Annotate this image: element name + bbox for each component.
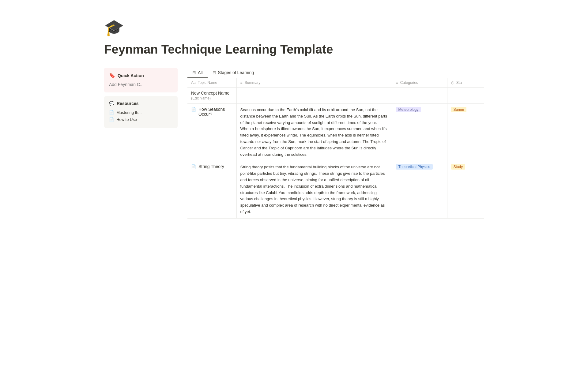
- seasons-stage-tag[interactable]: Summ: [451, 107, 467, 112]
- doc-icon-mastering: 📄: [109, 110, 114, 115]
- col-header-stage: ◷ Sta: [447, 78, 484, 88]
- col-header-categories: ≡ Categories: [392, 78, 447, 88]
- tab-stages-label: Stages of Learning: [218, 70, 254, 75]
- doc-icon-how-to-use: 📄: [109, 117, 114, 122]
- col-header-summary: ≡ Summary: [236, 78, 392, 88]
- col-topic-icon: Aa: [191, 81, 196, 85]
- tab-stages-icon: ⊟: [213, 70, 216, 75]
- col-stage-icon: ◷: [451, 81, 454, 85]
- new-concept-topic-cell[interactable]: New Concept Name (Edit Name): [187, 88, 236, 104]
- main-content: ⊞ All ⊟ Stages of Learning Aa Topic Name: [187, 68, 484, 219]
- tabs-bar: ⊞ All ⊟ Stages of Learning: [187, 68, 484, 78]
- resource-item-how-to-use[interactable]: 📄 How to Use: [109, 116, 173, 123]
- string-stage-tag[interactable]: Study: [451, 164, 466, 170]
- resource-item-mastering[interactable]: 📄 Mastering th...: [109, 109, 173, 116]
- new-concept-category-cell[interactable]: [392, 88, 447, 104]
- string-category-cell[interactable]: Theoretical Physics: [392, 161, 447, 218]
- resources-section: 💬 Resources 📄 Mastering th... 📄 How to U…: [104, 96, 178, 128]
- new-concept-row: New Concept Name (Edit Name): [187, 88, 484, 104]
- col-header-topic: Aa Topic Name: [187, 78, 236, 88]
- string-summary-cell[interactable]: String theory posits that the fundamenta…: [236, 161, 392, 218]
- seasons-category-tag[interactable]: Meteorology: [396, 107, 421, 112]
- seasons-topic-cell[interactable]: 📄 How Seasons Occur?: [187, 104, 236, 161]
- tab-all[interactable]: ⊞ All: [187, 68, 208, 78]
- new-concept-summary-cell[interactable]: [236, 88, 392, 104]
- string-category-tag[interactable]: Theoretical Physics: [396, 164, 433, 170]
- col-categories-icon: ≡: [396, 81, 398, 85]
- table-row: 📄 How Seasons Occur? Seasons occur due t…: [187, 104, 484, 161]
- sidebar: 🔖 Quick Action 💬 Resources 📄 Mastering t…: [104, 68, 178, 128]
- table-row: 📄 String Theory String theory posits tha…: [187, 161, 484, 218]
- concepts-table: Aa Topic Name ≡ Summary ≡ Categories: [187, 78, 484, 219]
- quick-action-section: 🔖 Quick Action: [104, 68, 178, 92]
- string-stage-cell[interactable]: Study: [447, 161, 484, 218]
- page-icon: 🎓: [104, 18, 484, 37]
- resource-label-mastering: Mastering th...: [116, 110, 141, 115]
- col-summary-icon: ≡: [240, 81, 243, 85]
- seasons-doc-icon: 📄: [191, 107, 196, 112]
- new-concept-name: New Concept Name (Edit Name): [191, 91, 233, 100]
- string-doc-icon: 📄: [191, 164, 196, 169]
- tab-all-icon: ⊞: [192, 70, 196, 75]
- tab-all-label: All: [198, 70, 203, 75]
- resource-label-how-to-use: How to Use: [116, 117, 137, 122]
- quick-action-label: Quick Action: [118, 73, 144, 78]
- table-header-row: Aa Topic Name ≡ Summary ≡ Categories: [187, 78, 484, 88]
- resources-icon: 💬: [109, 101, 114, 106]
- tab-stages[interactable]: ⊟ Stages of Learning: [208, 68, 259, 78]
- page-title: Feynman Technique Learning Template: [104, 42, 484, 57]
- table-container: Aa Topic Name ≡ Summary ≡ Categories: [187, 78, 484, 219]
- add-feynman-input[interactable]: [109, 81, 173, 88]
- seasons-topic-label: How Seasons Occur?: [198, 107, 233, 117]
- string-summary-text: String theory posits that the fundamenta…: [240, 164, 388, 215]
- seasons-stage-cell[interactable]: Summ: [447, 104, 484, 161]
- new-concept-stage-cell[interactable]: [447, 88, 484, 104]
- string-topic-label: String Theory: [198, 164, 224, 169]
- seasons-summary-cell[interactable]: Seasons occur due to the Earth's axial t…: [236, 104, 392, 161]
- resources-header: 💬 Resources: [109, 101, 173, 106]
- quick-action-icon: 🔖: [109, 73, 115, 78]
- quick-action-header: 🔖 Quick Action: [109, 73, 173, 78]
- seasons-summary-text: Seasons occur due to the Earth's axial t…: [240, 107, 388, 158]
- string-topic-cell[interactable]: 📄 String Theory: [187, 161, 236, 218]
- seasons-category-cell[interactable]: Meteorology: [392, 104, 447, 161]
- resources-label: Resources: [117, 101, 139, 106]
